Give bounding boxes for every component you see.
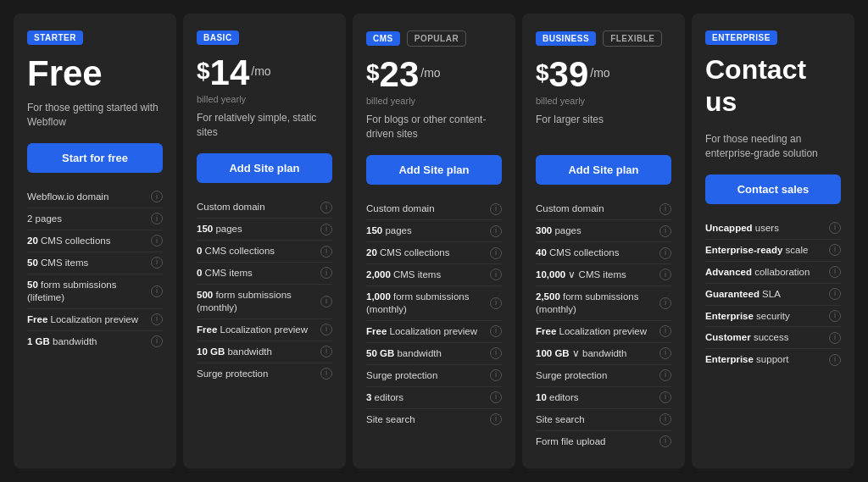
feature-text: Guaranteed SLA [705, 288, 829, 301]
feature-text: 10 editors [536, 391, 659, 404]
info-icon[interactable]: i [490, 203, 502, 215]
info-icon[interactable]: i [490, 269, 502, 280]
info-icon[interactable]: i [659, 435, 671, 447]
feature-text: 500 form submissions (monthly) [197, 289, 320, 314]
info-icon[interactable]: i [659, 269, 671, 280]
plan-badge-enterprise: ENTERPRISE [705, 30, 777, 45]
feature-item: Site search i [366, 408, 502, 430]
info-icon[interactable]: i [151, 213, 163, 224]
info-icon[interactable]: i [829, 288, 841, 300]
plan-price-enterprise: Contact us [705, 53, 841, 125]
info-icon[interactable]: i [829, 266, 841, 278]
feature-item: Guaranteed SLA i [705, 283, 841, 305]
info-icon[interactable]: i [490, 325, 502, 337]
feature-item: Free Localization preview i [27, 308, 163, 330]
feature-text: Enterprise security [705, 310, 829, 323]
feature-text: 20 CMS collections [366, 247, 490, 259]
plan-cta-basic[interactable]: Add Site plan [197, 153, 332, 183]
plan-price-cms: $ 23 /mo billed yearly [366, 55, 502, 106]
feature-text: Custom domain [197, 201, 320, 213]
info-icon[interactable]: i [829, 222, 841, 234]
info-icon[interactable]: i [829, 310, 841, 322]
feature-text: Surge protection [197, 368, 320, 380]
info-icon[interactable]: i [659, 391, 671, 403]
feature-item: Surge protection i [536, 364, 671, 386]
info-icon[interactable]: i [659, 297, 671, 309]
feature-item: 500 form submissions (monthly) i [197, 284, 332, 319]
plan-badge-starter: STARTER [27, 30, 83, 45]
info-icon[interactable]: i [320, 267, 332, 279]
info-icon[interactable]: i [659, 413, 671, 425]
info-icon[interactable]: i [659, 225, 671, 237]
plan-card-business: BUSINESSFLEXIBLE $ 39 /mo billed yearly … [522, 14, 685, 468]
info-icon[interactable]: i [320, 246, 332, 258]
info-icon[interactable]: i [320, 324, 332, 335]
plan-header-starter: STARTER [27, 30, 163, 45]
feature-item: 150 pages i [366, 219, 502, 241]
info-icon[interactable]: i [490, 247, 502, 259]
plan-price-main: $ 14 /mo [197, 53, 332, 92]
info-icon[interactable]: i [320, 368, 332, 380]
plan-cta-business[interactable]: Add Site plan [536, 155, 671, 185]
feature-item: Custom domain i [197, 197, 332, 218]
info-icon[interactable]: i [320, 202, 332, 213]
info-icon[interactable]: i [829, 354, 841, 366]
info-icon[interactable]: i [659, 347, 671, 359]
feature-text: Site search [536, 413, 659, 426]
plan-billed: billed yearly [536, 96, 671, 106]
plan-cta-enterprise[interactable]: Contact sales [705, 175, 841, 204]
info-icon[interactable]: i [829, 332, 841, 344]
feature-item: Free Localization preview i [536, 320, 671, 342]
plan-price-business: $ 39 /mo billed yearly [536, 55, 671, 106]
info-icon[interactable]: i [829, 244, 841, 256]
feature-item: Enterprise security i [705, 305, 841, 327]
feature-text: 40 CMS collections [536, 247, 659, 259]
info-icon[interactable]: i [659, 325, 671, 337]
plan-features-business: Custom domain i 300 pages i 40 CMS colle… [536, 198, 671, 452]
feature-item: 10 editors i [536, 386, 671, 408]
feature-text: 2 pages [27, 213, 151, 225]
feature-item: 100 GB ∨ bandwidth i [536, 342, 671, 364]
plan-billed: billed yearly [366, 96, 502, 106]
info-icon[interactable]: i [151, 257, 163, 269]
plan-features-basic: Custom domain i 150 pages i 0 CMS collec… [197, 197, 332, 452]
feature-text: 300 pages [536, 224, 659, 237]
plan-cta-starter[interactable]: Start for free [27, 143, 163, 173]
info-icon[interactable]: i [151, 235, 163, 247]
feature-text: Site search [366, 413, 490, 426]
plan-cta-cms[interactable]: Add Site plan [366, 155, 502, 185]
info-icon[interactable]: i [490, 413, 502, 425]
info-icon[interactable]: i [490, 297, 502, 309]
info-icon[interactable]: i [490, 225, 502, 237]
feature-item: Free Localization preview i [366, 320, 502, 342]
feature-item: Uncapped users i [705, 218, 841, 239]
plan-amount: 39 [549, 55, 589, 94]
info-icon[interactable]: i [151, 285, 163, 297]
plan-badge-cms: CMS [366, 31, 400, 46]
plan-description-enterprise: For those needing an enterprise-grade so… [705, 132, 841, 163]
info-icon[interactable]: i [490, 391, 502, 403]
feature-text: Free Localization preview [27, 313, 151, 326]
feature-item: Advanced collaboration i [705, 261, 841, 283]
feature-item: 20 CMS collections i [366, 241, 502, 263]
plan-currency: $ [366, 60, 380, 86]
feature-text: Surge protection [536, 369, 659, 382]
info-icon[interactable]: i [659, 203, 671, 215]
plan-price-starter: Free [27, 53, 163, 94]
feature-item: 50 form submissions (lifetime) i [27, 274, 163, 308]
info-icon[interactable]: i [151, 313, 163, 325]
feature-text: Free Localization preview [366, 325, 490, 338]
feature-text: Custom domain [366, 202, 490, 215]
info-icon[interactable]: i [151, 191, 163, 202]
info-icon[interactable]: i [490, 369, 502, 381]
feature-item: Custom domain i [536, 198, 671, 219]
info-icon[interactable]: i [490, 347, 502, 359]
info-icon[interactable]: i [659, 247, 671, 259]
info-icon[interactable]: i [659, 369, 671, 381]
info-icon[interactable]: i [320, 224, 332, 235]
plans-container: STARTER Free For those getting started w… [14, 14, 854, 468]
info-icon[interactable]: i [320, 296, 332, 307]
info-icon[interactable]: i [320, 346, 332, 357]
info-icon[interactable]: i [151, 335, 163, 347]
feature-item: 1 GB bandwidth i [27, 330, 163, 352]
